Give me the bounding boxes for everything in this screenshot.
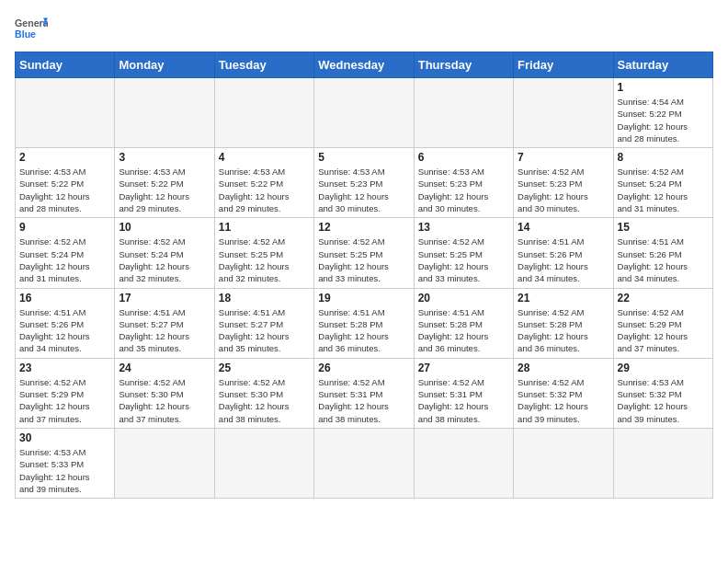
calendar-day-cell: 5Sunrise: 4:53 AM Sunset: 5:23 PM Daylig…: [314, 148, 414, 218]
day-number: 19: [318, 292, 409, 304]
calendar-day-cell: [314, 428, 414, 498]
day-info: Sunrise: 4:52 AM Sunset: 5:25 PM Dayligh…: [219, 236, 310, 284]
page-header: General Blue: [15, 15, 713, 42]
day-info: Sunrise: 4:53 AM Sunset: 5:23 PM Dayligh…: [318, 166, 409, 214]
calendar-day-cell: 22Sunrise: 4:52 AM Sunset: 5:29 PM Dayli…: [613, 288, 712, 358]
day-info: Sunrise: 4:52 AM Sunset: 5:23 PM Dayligh…: [518, 166, 609, 214]
calendar-week-row: 16Sunrise: 4:51 AM Sunset: 5:26 PM Dayli…: [16, 288, 713, 358]
day-number: 10: [119, 221, 210, 234]
day-info: Sunrise: 4:52 AM Sunset: 5:31 PM Dayligh…: [418, 376, 509, 425]
calendar-day-cell: 18Sunrise: 4:51 AM Sunset: 5:27 PM Dayli…: [214, 288, 313, 358]
day-info: Sunrise: 4:53 AM Sunset: 5:22 PM Dayligh…: [119, 166, 210, 214]
day-info: Sunrise: 4:51 AM Sunset: 5:26 PM Dayligh…: [19, 306, 110, 355]
calendar-day-cell: [115, 78, 214, 148]
calendar-day-cell: [514, 428, 613, 498]
day-info: Sunrise: 4:51 AM Sunset: 5:26 PM Dayligh…: [518, 236, 609, 284]
day-number: 27: [418, 362, 509, 374]
calendar-day-cell: 1Sunrise: 4:54 AM Sunset: 5:22 PM Daylig…: [613, 78, 712, 148]
day-number: 9: [19, 221, 110, 234]
day-number: 15: [618, 221, 709, 234]
calendar-day-cell: [314, 78, 414, 148]
calendar-day-cell: 12Sunrise: 4:52 AM Sunset: 5:25 PM Dayli…: [314, 218, 414, 288]
calendar-week-row: 30Sunrise: 4:53 AM Sunset: 5:33 PM Dayli…: [16, 428, 713, 498]
day-number: 24: [119, 362, 210, 374]
day-info: Sunrise: 4:53 AM Sunset: 5:23 PM Dayligh…: [418, 166, 509, 214]
weekday-header-row: SundayMondayTuesdayWednesdayThursdayFrid…: [16, 52, 713, 78]
calendar-day-cell: 6Sunrise: 4:53 AM Sunset: 5:23 PM Daylig…: [414, 148, 513, 218]
calendar-day-cell: [214, 428, 313, 498]
svg-text:General: General: [15, 17, 48, 29]
day-number: 28: [518, 362, 609, 374]
calendar-day-cell: 10Sunrise: 4:52 AM Sunset: 5:24 PM Dayli…: [115, 218, 214, 288]
calendar-day-cell: 23Sunrise: 4:52 AM Sunset: 5:29 PM Dayli…: [16, 358, 115, 428]
calendar-week-row: 2Sunrise: 4:53 AM Sunset: 5:22 PM Daylig…: [16, 148, 713, 218]
day-number: 30: [19, 431, 110, 444]
calendar-day-cell: 13Sunrise: 4:52 AM Sunset: 5:25 PM Dayli…: [414, 218, 513, 288]
weekday-header-sunday: Sunday: [16, 52, 115, 78]
calendar-day-cell: 28Sunrise: 4:52 AM Sunset: 5:32 PM Dayli…: [514, 358, 613, 428]
day-info: Sunrise: 4:52 AM Sunset: 5:29 PM Dayligh…: [19, 376, 110, 425]
svg-text:Blue: Blue: [15, 29, 36, 40]
calendar-day-cell: [115, 428, 214, 498]
calendar-day-cell: [414, 428, 513, 498]
calendar-day-cell: 20Sunrise: 4:51 AM Sunset: 5:28 PM Dayli…: [414, 288, 513, 358]
day-info: Sunrise: 4:51 AM Sunset: 5:26 PM Dayligh…: [618, 236, 709, 284]
generalblue-logo-icon: General Blue: [15, 15, 48, 42]
weekday-header-thursday: Thursday: [414, 52, 513, 78]
calendar-day-cell: [414, 78, 513, 148]
day-number: 3: [119, 151, 210, 164]
day-number: 8: [618, 151, 709, 164]
calendar-day-cell: 3Sunrise: 4:53 AM Sunset: 5:22 PM Daylig…: [115, 148, 214, 218]
calendar-day-cell: [214, 78, 313, 148]
calendar-day-cell: [16, 78, 115, 148]
weekday-header-monday: Monday: [115, 52, 214, 78]
calendar-day-cell: 8Sunrise: 4:52 AM Sunset: 5:24 PM Daylig…: [613, 148, 712, 218]
day-info: Sunrise: 4:52 AM Sunset: 5:25 PM Dayligh…: [318, 236, 409, 284]
day-info: Sunrise: 4:53 AM Sunset: 5:33 PM Dayligh…: [19, 446, 110, 495]
day-info: Sunrise: 4:52 AM Sunset: 5:30 PM Dayligh…: [119, 376, 210, 425]
calendar-day-cell: 11Sunrise: 4:52 AM Sunset: 5:25 PM Dayli…: [214, 218, 313, 288]
calendar-day-cell: 26Sunrise: 4:52 AM Sunset: 5:31 PM Dayli…: [314, 358, 414, 428]
day-info: Sunrise: 4:53 AM Sunset: 5:22 PM Dayligh…: [19, 166, 110, 214]
calendar-day-cell: 4Sunrise: 4:53 AM Sunset: 5:22 PM Daylig…: [214, 148, 313, 218]
day-number: 17: [119, 292, 210, 304]
day-number: 5: [318, 151, 409, 164]
weekday-header-friday: Friday: [514, 52, 613, 78]
calendar-day-cell: 27Sunrise: 4:52 AM Sunset: 5:31 PM Dayli…: [414, 358, 513, 428]
calendar-day-cell: 16Sunrise: 4:51 AM Sunset: 5:26 PM Dayli…: [16, 288, 115, 358]
day-number: 29: [618, 362, 709, 374]
day-number: 1: [618, 81, 709, 94]
day-info: Sunrise: 4:52 AM Sunset: 5:24 PM Dayligh…: [119, 236, 210, 284]
calendar-day-cell: 19Sunrise: 4:51 AM Sunset: 5:28 PM Dayli…: [314, 288, 414, 358]
day-number: 23: [19, 362, 110, 374]
day-number: 12: [318, 221, 409, 234]
day-number: 26: [318, 362, 409, 374]
calendar-week-row: 9Sunrise: 4:52 AM Sunset: 5:24 PM Daylig…: [16, 218, 713, 288]
day-info: Sunrise: 4:51 AM Sunset: 5:28 PM Dayligh…: [418, 306, 509, 355]
calendar-day-cell: 24Sunrise: 4:52 AM Sunset: 5:30 PM Dayli…: [115, 358, 214, 428]
calendar-day-cell: 21Sunrise: 4:52 AM Sunset: 5:28 PM Dayli…: [514, 288, 613, 358]
calendar-day-cell: [514, 78, 613, 148]
calendar-day-cell: 30Sunrise: 4:53 AM Sunset: 5:33 PM Dayli…: [16, 428, 115, 498]
day-info: Sunrise: 4:54 AM Sunset: 5:22 PM Dayligh…: [618, 96, 709, 144]
calendar-table: SundayMondayTuesdayWednesdayThursdayFrid…: [15, 52, 713, 499]
day-info: Sunrise: 4:52 AM Sunset: 5:29 PM Dayligh…: [618, 306, 709, 355]
calendar-day-cell: 29Sunrise: 4:53 AM Sunset: 5:32 PM Dayli…: [613, 358, 712, 428]
day-number: 25: [219, 362, 310, 374]
day-number: 7: [518, 151, 609, 164]
day-info: Sunrise: 4:52 AM Sunset: 5:24 PM Dayligh…: [618, 166, 709, 214]
day-number: 13: [418, 221, 509, 234]
calendar-day-cell: 7Sunrise: 4:52 AM Sunset: 5:23 PM Daylig…: [514, 148, 613, 218]
calendar-week-row: 23Sunrise: 4:52 AM Sunset: 5:29 PM Dayli…: [16, 358, 713, 428]
day-info: Sunrise: 4:51 AM Sunset: 5:27 PM Dayligh…: [219, 306, 310, 355]
day-info: Sunrise: 4:52 AM Sunset: 5:25 PM Dayligh…: [418, 236, 509, 284]
day-number: 4: [219, 151, 310, 164]
calendar-day-cell: 25Sunrise: 4:52 AM Sunset: 5:30 PM Dayli…: [214, 358, 313, 428]
day-number: 14: [518, 221, 609, 234]
day-info: Sunrise: 4:52 AM Sunset: 5:28 PM Dayligh…: [518, 306, 609, 355]
weekday-header-saturday: Saturday: [613, 52, 712, 78]
logo: General Blue: [15, 15, 48, 42]
day-info: Sunrise: 4:53 AM Sunset: 5:22 PM Dayligh…: [219, 166, 310, 214]
day-info: Sunrise: 4:52 AM Sunset: 5:24 PM Dayligh…: [19, 236, 110, 284]
day-number: 20: [418, 292, 509, 304]
